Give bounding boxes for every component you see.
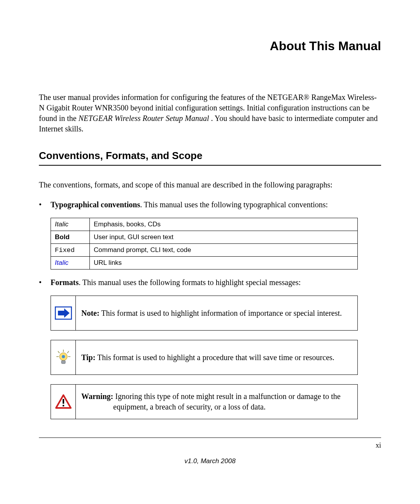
conv-desc-cell: Command prompt, CLI text, code (90, 244, 358, 257)
version-line: v1.0, March 2008 (0, 457, 420, 465)
callout-warning-line1: Ignoring this type of note might result … (113, 392, 340, 401)
table-row: ItalicURL links (51, 257, 358, 270)
section-heading-conventions: Conventions, Formats, and Scope (39, 150, 381, 166)
callout-tip-label: Tip: (81, 353, 95, 362)
conv-style-cell: Fixed (51, 244, 90, 257)
tip-lightbulb-icon (55, 349, 72, 366)
bullet-dot: • (39, 277, 51, 287)
callout-tip: Tip: This format is used to highlight a … (51, 340, 358, 375)
conv-desc-cell: URL links (90, 257, 358, 270)
bullet-typographical-text: Typographical conventions. This manual u… (51, 200, 381, 210)
conv-desc-cell: Emphasis, books, CDs (90, 218, 358, 231)
callout-note-text: Note: This format is used to highlight i… (76, 296, 357, 330)
bullet-formats: • Formats. This manual uses the followin… (39, 277, 381, 288)
table-row: FixedCommand prompt, CLI text, code (51, 244, 358, 257)
callout-warning: Warning: Ignoring this type of note migh… (51, 384, 358, 419)
callout-note-label: Note: (81, 309, 100, 317)
warning-triangle-icon (55, 394, 72, 410)
page-title: About This Manual (39, 39, 381, 53)
bullet-typographical-label: Typographical conventions (51, 200, 140, 209)
bullet-formats-text: Formats. This manual uses the following … (51, 277, 381, 288)
footer-rule (39, 438, 381, 438)
bullet-dot: • (39, 200, 51, 209)
bullet-formats-label: Formats (51, 278, 79, 287)
conventions-table: ItalicEmphasis, books, CDsBoldUser input… (51, 218, 358, 270)
bullet-typographical: • Typographical conventions. This manual… (39, 200, 381, 210)
conv-style-cell: Italic (51, 218, 90, 231)
tip-icon-cell (51, 340, 76, 374)
section-intro: The conventions, formats, and scope of t… (39, 180, 381, 190)
callout-warning-label: Warning: (81, 392, 113, 401)
svg-rect-12 (63, 405, 64, 406)
svg-rect-11 (63, 399, 64, 404)
page-number: xi (376, 441, 381, 450)
bullet-formats-body: . This manual uses the following formats… (79, 278, 301, 287)
note-icon-cell (51, 296, 76, 330)
svg-line-4 (67, 351, 69, 353)
callout-tip-body: This format is used to highlight a proce… (95, 353, 334, 362)
callout-tip-text: Tip: This format is used to highlight a … (76, 340, 357, 374)
conv-style-cell: Italic (51, 257, 90, 270)
bullet-typographical-body: . This manual uses the following typogra… (140, 200, 328, 209)
callout-warning-line2: equipment, a breach of security, or a lo… (81, 402, 341, 412)
svg-rect-9 (61, 360, 65, 364)
svg-line-3 (58, 351, 60, 353)
table-row: ItalicEmphasis, books, CDs (51, 218, 358, 231)
callout-warning-text: Warning: Ignoring this type of note migh… (76, 385, 357, 419)
intro-text-ital: NETGEAR Wireless Router Setup Manual (79, 114, 209, 122)
note-arrow-icon (55, 306, 72, 320)
callout-note: Note: This format is used to highlight i… (51, 296, 358, 331)
table-row: BoldUser input, GUI screen text (51, 231, 358, 244)
warning-icon-cell (51, 385, 76, 419)
conv-style-cell: Bold (51, 231, 90, 244)
conv-desc-cell: User input, GUI screen text (90, 231, 358, 244)
callout-note-body: This format is used to highlight informa… (100, 309, 342, 317)
intro-paragraph: The user manual provides information for… (39, 92, 381, 134)
svg-marker-1 (58, 308, 70, 318)
svg-point-8 (62, 355, 65, 358)
